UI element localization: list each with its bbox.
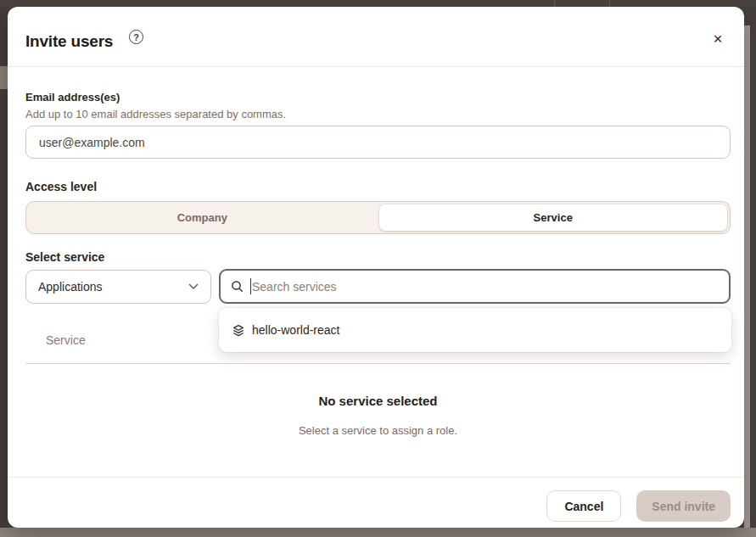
background-topbar <box>0 0 756 7</box>
cancel-button[interactable]: Cancel <box>546 490 621 522</box>
chevron-down-icon <box>188 283 199 290</box>
segment-company[interactable]: Company <box>26 202 378 233</box>
empty-state-title: No service selected <box>25 394 731 408</box>
background-bottom-strip <box>0 528 756 537</box>
access-level-label: Access level <box>25 180 97 193</box>
list-item[interactable]: hello-world-react <box>222 311 728 349</box>
background-topbar-separator <box>609 0 610 7</box>
help-icon-glyph: ? <box>133 32 139 42</box>
segment-company-label: Company <box>177 211 227 224</box>
email-label: Email address(es) <box>25 91 120 103</box>
service-type-dropdown[interactable]: Applications <box>25 270 211 304</box>
segment-service[interactable]: Service <box>379 204 728 231</box>
close-button[interactable]: × <box>707 28 729 50</box>
background-topbar-separator <box>554 0 555 7</box>
table-divider <box>25 363 731 364</box>
search-input[interactable] <box>252 280 719 294</box>
layers-icon <box>232 324 244 337</box>
search-icon <box>231 280 244 293</box>
service-type-dropdown-value: Applications <box>38 280 188 294</box>
send-invite-button[interactable]: Send invite <box>636 490 731 522</box>
list-item-label: hello-world-react <box>252 323 339 337</box>
segment-service-label: Service <box>534 211 573 224</box>
background-scrollbar <box>744 25 750 528</box>
email-field[interactable] <box>25 126 731 159</box>
close-icon: × <box>713 30 722 48</box>
invite-users-modal: Invite users ? × Email address(es) Add u… <box>8 7 744 528</box>
access-level-toggle: Company Service <box>25 201 731 234</box>
text-caret <box>250 278 251 294</box>
background-left-strip <box>0 7 8 528</box>
page-title: Invite users <box>25 32 113 51</box>
footer-divider <box>8 477 744 478</box>
service-column-header: Service <box>46 333 86 347</box>
select-service-label: Select service <box>25 250 104 264</box>
empty-state-subtitle: Select a service to assign a role. <box>25 424 731 437</box>
search-results-panel: hello-world-react <box>219 308 731 352</box>
background-left-content <box>0 66 8 89</box>
header-divider <box>8 66 744 67</box>
footer-actions: Cancel Send invite <box>546 490 731 522</box>
help-icon[interactable]: ? <box>129 30 143 44</box>
service-search-box[interactable] <box>219 269 731 304</box>
email-hint: Add up to 10 email addresses separated b… <box>25 108 286 120</box>
